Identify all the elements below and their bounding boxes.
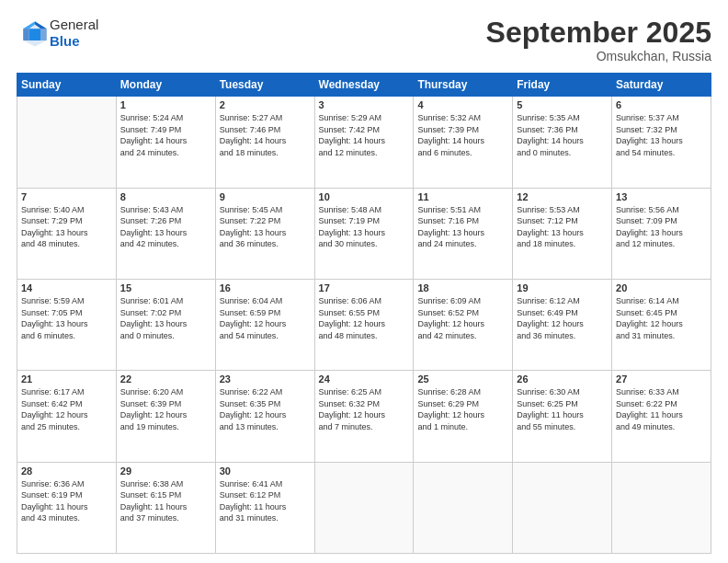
day-info: Sunrise: 5:59 AM Sunset: 7:05 PM Dayligh… — [21, 295, 112, 341]
day-number: 9 — [220, 191, 311, 202]
calendar-cell: 8Sunrise: 5:43 AM Sunset: 7:26 PM Daylig… — [116, 188, 215, 279]
page: General Blue September 2025 Omsukchan, R… — [0, 0, 728, 563]
day-info: Sunrise: 6:12 AM Sunset: 6:49 PM Dayligh… — [517, 295, 608, 341]
calendar-cell: 27Sunrise: 6:33 AM Sunset: 6:22 PM Dayli… — [612, 371, 711, 462]
day-info: Sunrise: 6:01 AM Sunset: 7:02 PM Dayligh… — [120, 295, 211, 341]
calendar-cell: 7Sunrise: 5:40 AM Sunset: 7:29 PM Daylig… — [17, 188, 117, 279]
logo-icon — [20, 18, 50, 48]
day-number: 4 — [417, 99, 508, 110]
day-info: Sunrise: 6:17 AM Sunset: 6:42 PM Dayligh… — [21, 386, 112, 432]
day-number: 13 — [616, 191, 707, 202]
svg-marker-3 — [23, 29, 28, 40]
day-info: Sunrise: 5:32 AM Sunset: 7:39 PM Dayligh… — [417, 112, 508, 158]
calendar-cell — [17, 97, 117, 188]
day-info: Sunrise: 6:28 AM Sunset: 6:29 PM Dayligh… — [417, 386, 508, 432]
day-number: 6 — [616, 99, 707, 110]
calendar-week-row: 21Sunrise: 6:17 AM Sunset: 6:42 PM Dayli… — [17, 371, 711, 462]
day-info: Sunrise: 5:43 AM Sunset: 7:26 PM Dayligh… — [120, 204, 211, 250]
day-number: 3 — [319, 99, 410, 110]
location-subtitle: Omsukchan, Russia — [486, 49, 711, 63]
day-info: Sunrise: 5:35 AM Sunset: 7:36 PM Dayligh… — [517, 112, 608, 158]
day-info: Sunrise: 6:14 AM Sunset: 6:45 PM Dayligh… — [616, 295, 707, 341]
calendar-cell: 22Sunrise: 6:20 AM Sunset: 6:39 PM Dayli… — [116, 371, 215, 462]
header: General Blue September 2025 Omsukchan, R… — [17, 17, 711, 63]
calendar-cell: 9Sunrise: 5:45 AM Sunset: 7:22 PM Daylig… — [215, 188, 314, 279]
day-info: Sunrise: 6:09 AM Sunset: 6:52 PM Dayligh… — [417, 295, 508, 341]
calendar-cell — [314, 462, 414, 553]
title-block: September 2025 Omsukchan, Russia — [486, 17, 711, 63]
calendar-cell: 26Sunrise: 6:30 AM Sunset: 6:25 PM Dayli… — [513, 371, 612, 462]
day-info: Sunrise: 6:41 AM Sunset: 6:12 PM Dayligh… — [220, 478, 311, 524]
day-number: 26 — [517, 373, 608, 385]
calendar-cell: 29Sunrise: 6:38 AM Sunset: 6:15 PM Dayli… — [116, 462, 215, 553]
calendar-cell: 5Sunrise: 5:35 AM Sunset: 7:36 PM Daylig… — [513, 97, 612, 188]
day-number: 19 — [517, 282, 608, 293]
day-number: 28 — [21, 465, 112, 477]
day-number: 12 — [517, 191, 608, 202]
day-info: Sunrise: 6:38 AM Sunset: 6:15 PM Dayligh… — [120, 478, 211, 524]
calendar-cell — [513, 462, 612, 553]
day-number: 21 — [21, 373, 112, 385]
day-info: Sunrise: 5:56 AM Sunset: 7:09 PM Dayligh… — [616, 204, 707, 250]
month-title: September 2025 — [486, 17, 711, 49]
logo-blue: Blue — [50, 33, 98, 50]
day-number: 25 — [417, 373, 508, 385]
calendar-cell: 25Sunrise: 6:28 AM Sunset: 6:29 PM Dayli… — [414, 371, 513, 462]
day-number: 11 — [417, 191, 508, 202]
calendar-cell: 28Sunrise: 6:36 AM Sunset: 6:19 PM Dayli… — [17, 462, 117, 553]
th-saturday: Saturday — [612, 74, 711, 97]
day-number: 1 — [120, 99, 211, 110]
calendar-cell: 21Sunrise: 6:17 AM Sunset: 6:42 PM Dayli… — [17, 371, 117, 462]
weekday-header-row: Sunday Monday Tuesday Wednesday Thursday… — [17, 74, 711, 97]
svg-marker-4 — [40, 29, 46, 40]
day-number: 23 — [220, 373, 311, 385]
day-number: 5 — [517, 99, 608, 110]
calendar-cell: 2Sunrise: 5:27 AM Sunset: 7:46 PM Daylig… — [215, 97, 314, 188]
day-number: 20 — [616, 282, 707, 293]
day-number: 22 — [120, 373, 211, 385]
day-number: 27 — [616, 373, 707, 385]
day-number: 17 — [319, 282, 410, 293]
th-thursday: Thursday — [414, 74, 513, 97]
calendar-cell: 6Sunrise: 5:37 AM Sunset: 7:32 PM Daylig… — [612, 97, 711, 188]
calendar-cell: 11Sunrise: 5:51 AM Sunset: 7:16 PM Dayli… — [414, 188, 513, 279]
calendar-cell: 3Sunrise: 5:29 AM Sunset: 7:42 PM Daylig… — [314, 97, 414, 188]
day-info: Sunrise: 5:53 AM Sunset: 7:12 PM Dayligh… — [517, 204, 608, 250]
calendar-cell — [612, 462, 711, 553]
day-info: Sunrise: 5:45 AM Sunset: 7:22 PM Dayligh… — [220, 204, 311, 250]
calendar-cell: 17Sunrise: 6:06 AM Sunset: 6:55 PM Dayli… — [314, 279, 414, 370]
th-monday: Monday — [116, 74, 215, 97]
calendar-cell: 13Sunrise: 5:56 AM Sunset: 7:09 PM Dayli… — [612, 188, 711, 279]
day-info: Sunrise: 5:27 AM Sunset: 7:46 PM Dayligh… — [220, 112, 311, 158]
day-number: 30 — [220, 465, 311, 477]
calendar-cell: 23Sunrise: 6:22 AM Sunset: 6:35 PM Dayli… — [215, 371, 314, 462]
calendar-cell: 19Sunrise: 6:12 AM Sunset: 6:49 PM Dayli… — [513, 279, 612, 370]
calendar-week-row: 1Sunrise: 5:24 AM Sunset: 7:49 PM Daylig… — [17, 97, 711, 188]
day-info: Sunrise: 6:22 AM Sunset: 6:35 PM Dayligh… — [220, 386, 311, 432]
day-info: Sunrise: 5:24 AM Sunset: 7:49 PM Dayligh… — [120, 112, 211, 158]
day-number: 2 — [220, 99, 311, 110]
th-sunday: Sunday — [17, 74, 117, 97]
calendar-table: Sunday Monday Tuesday Wednesday Thursday… — [17, 73, 711, 554]
th-wednesday: Wednesday — [314, 74, 414, 97]
logo: General Blue — [17, 17, 98, 50]
calendar-cell: 18Sunrise: 6:09 AM Sunset: 6:52 PM Dayli… — [414, 279, 513, 370]
day-info: Sunrise: 6:20 AM Sunset: 6:39 PM Dayligh… — [120, 386, 211, 432]
svg-marker-5 — [29, 29, 41, 40]
calendar-body: 1Sunrise: 5:24 AM Sunset: 7:49 PM Daylig… — [17, 97, 711, 554]
calendar-week-row: 7Sunrise: 5:40 AM Sunset: 7:29 PM Daylig… — [17, 188, 711, 279]
day-number: 10 — [319, 191, 410, 202]
logo-text: General Blue — [50, 17, 98, 50]
day-info: Sunrise: 5:37 AM Sunset: 7:32 PM Dayligh… — [616, 112, 707, 158]
calendar-cell: 15Sunrise: 6:01 AM Sunset: 7:02 PM Dayli… — [116, 279, 215, 370]
day-number: 24 — [319, 373, 410, 385]
logo-general: General — [50, 17, 98, 33]
calendar-week-row: 14Sunrise: 5:59 AM Sunset: 7:05 PM Dayli… — [17, 279, 711, 370]
calendar-cell: 1Sunrise: 5:24 AM Sunset: 7:49 PM Daylig… — [116, 97, 215, 188]
calendar-week-row: 28Sunrise: 6:36 AM Sunset: 6:19 PM Dayli… — [17, 462, 711, 553]
day-info: Sunrise: 5:51 AM Sunset: 7:16 PM Dayligh… — [417, 204, 508, 250]
calendar-cell: 4Sunrise: 5:32 AM Sunset: 7:39 PM Daylig… — [414, 97, 513, 188]
th-friday: Friday — [513, 74, 612, 97]
calendar-cell: 24Sunrise: 6:25 AM Sunset: 6:32 PM Dayli… — [314, 371, 414, 462]
day-number: 7 — [21, 191, 112, 202]
